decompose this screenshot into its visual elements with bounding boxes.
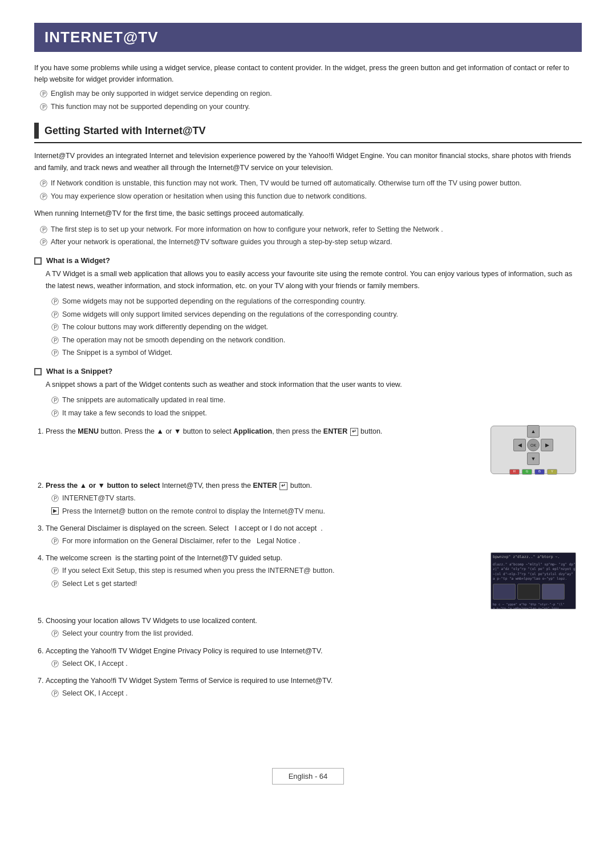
step-4-text: The welcome screen is the starting point…	[46, 552, 480, 564]
note-item: Ⓟ The Snippet is a symbol of Widget.	[51, 347, 582, 359]
note-icon: Ⓟ	[51, 347, 59, 359]
note-item: Ⓟ The first step is to set up your netwo…	[40, 224, 582, 236]
note-item: Ⓟ The operation may not be smooth depend…	[51, 335, 582, 346]
note-item: Ⓟ It may take a few seconds to load the …	[51, 408, 582, 419]
step-4-image: bpwnzxp" z"dlazz.." a"btorp ~. dlazz." a…	[491, 552, 582, 609]
note-icon: Ⓟ	[51, 688, 59, 700]
subsection-title: What is a Snippet?	[46, 367, 112, 375]
note-item: Ⓟ The snippets are automatically updated…	[51, 395, 582, 406]
step-2-text: Press the ▲ or ▼ button to select Intern…	[46, 480, 582, 491]
steps-list: Press the MENU button. Press the ▲ or ▼ …	[46, 426, 582, 699]
note-icon: Ⓟ	[51, 579, 59, 590]
note-icon: Ⓟ	[40, 224, 47, 236]
heading-bar	[34, 123, 39, 139]
page-title-bar: INTERNET@TV	[34, 23, 582, 52]
note-item: Ⓟ The colour buttons may work differentl…	[51, 322, 582, 333]
thumb-3	[542, 584, 565, 600]
note-icon: Ⓟ	[51, 565, 59, 577]
note-item: Ⓟ INTERNET@TV starts.	[51, 493, 582, 504]
note-icon-press: ▶	[51, 507, 59, 515]
running-text: When running Internet@TV for the first t…	[34, 208, 582, 220]
note-icon: Ⓟ	[40, 178, 47, 189]
note-icon: Ⓟ	[51, 408, 59, 419]
step-1-image: ▲ ◀ OK ▶ ▼ R G B	[491, 426, 582, 474]
note-icon: Ⓟ	[51, 395, 59, 406]
thumb-1	[493, 584, 516, 600]
step-5: Choosing your location allows TV Widgets…	[46, 615, 582, 640]
footer: English - 64	[34, 768, 582, 785]
note-item: Ⓟ After your network is operational, the…	[40, 237, 582, 248]
step-1-text: Press the MENU button. Press the ▲ or ▼ …	[46, 426, 480, 437]
note-item: Ⓟ Select Let s get started!	[51, 579, 480, 590]
note-item: Ⓟ English may be only supported in widge…	[40, 88, 582, 100]
step-3-text: The General Disclaimer is displayed on t…	[46, 523, 582, 534]
subsection-title: What is a Widget?	[46, 256, 110, 265]
note-icon: Ⓟ	[51, 322, 59, 333]
step-6-text: Accepting the Yahoo!fi TV Widget Engine …	[46, 645, 582, 657]
snippet-body: A snippet shows a part of the Widget con…	[46, 379, 582, 391]
note-item: Ⓟ Select OK, I Accept .	[51, 688, 582, 700]
note-icon: Ⓟ	[51, 296, 59, 308]
note-icon: Ⓟ	[51, 536, 59, 547]
note-item: Ⓟ Some widgets will only support limited…	[51, 309, 582, 321]
note-item: Ⓟ If you select Exit Setup, this step is…	[51, 565, 480, 577]
step-4-content: The welcome screen is the starting point…	[46, 552, 480, 591]
note-item: Ⓟ If Network condition is unstable, this…	[40, 178, 582, 189]
remote-illustration: ▲ ◀ OK ▶ ▼ R G B	[491, 426, 576, 474]
section-heading: Getting Started with Internet@TV	[34, 123, 582, 143]
note-item: Ⓟ Select your country from the list prov…	[51, 628, 582, 640]
step-6: Accepting the Yahoo!fi TV Widget Engine …	[46, 645, 582, 670]
step-5-text: Choosing your location allows TV Widgets…	[46, 615, 582, 626]
step-1: Press the MENU button. Press the ▲ or ▼ …	[46, 426, 582, 474]
note-icon: Ⓟ	[51, 658, 59, 670]
header-notes: Ⓟ English may be only supported in widge…	[34, 88, 582, 112]
section-intro: Internet@TV provides an integrated Inter…	[34, 150, 582, 173]
note-icon: Ⓟ	[40, 191, 47, 203]
section-notes-1: Ⓟ If Network condition is unstable, this…	[34, 178, 582, 202]
widget-notes: Ⓟ Some widgets may not be supported depe…	[46, 296, 582, 359]
note-icon: Ⓟ	[51, 628, 59, 640]
screen-illustration: bpwnzxp" z"dlazz.." a"btorp ~. dlazz." a…	[491, 552, 576, 609]
intro-paragraph: If you have some problems while using a …	[34, 62, 582, 85]
subsection-snippet: What is a Snippet?	[34, 367, 582, 375]
note-item: Ⓟ You may experience slow operation or h…	[40, 191, 582, 203]
step-7-text: Accepting the Yahoo!fi TV Widget System …	[46, 675, 582, 686]
footer-label: English - 64	[272, 768, 345, 785]
note-icon: Ⓟ	[40, 237, 47, 248]
step-4: The welcome screen is the starting point…	[46, 552, 582, 609]
subsection-widget: What is a Widget?	[34, 256, 582, 265]
thumb-2	[517, 584, 540, 600]
note-icon: Ⓟ	[51, 309, 59, 321]
section-title: Getting Started with Internet@TV	[44, 125, 206, 137]
subsection-checkbox	[34, 257, 42, 265]
step-7: Accepting the Yahoo!fi TV Widget System …	[46, 675, 582, 700]
note-icon: Ⓟ	[40, 88, 47, 100]
note-item: Ⓟ Some widgets may not be supported depe…	[51, 296, 582, 308]
widget-body: A TV Widget is a small web application t…	[46, 268, 582, 292]
note-icon: Ⓟ	[40, 102, 47, 113]
snippet-notes: Ⓟ The snippets are automatically updated…	[46, 395, 582, 419]
note-item: ▶ Press the Internet@ button on the remo…	[51, 506, 582, 517]
step-2: Press the ▲ or ▼ button to select Intern…	[46, 480, 582, 516]
step-1-content: Press the MENU button. Press the ▲ or ▼ …	[46, 426, 480, 439]
note-icon: Ⓟ	[51, 493, 59, 504]
page-title: INTERNET@TV	[44, 29, 572, 46]
section-notes-2: Ⓟ The first step is to set up your netwo…	[34, 224, 582, 248]
note-item: Ⓟ This function may not be supported dep…	[40, 102, 582, 113]
step-3: The General Disclaimer is displayed on t…	[46, 523, 582, 547]
note-item: Ⓟ Select OK, I Accept .	[51, 658, 582, 670]
note-item: Ⓟ For more information on the General Di…	[51, 536, 582, 547]
subsection-checkbox	[34, 368, 42, 375]
note-icon: Ⓟ	[51, 335, 59, 346]
